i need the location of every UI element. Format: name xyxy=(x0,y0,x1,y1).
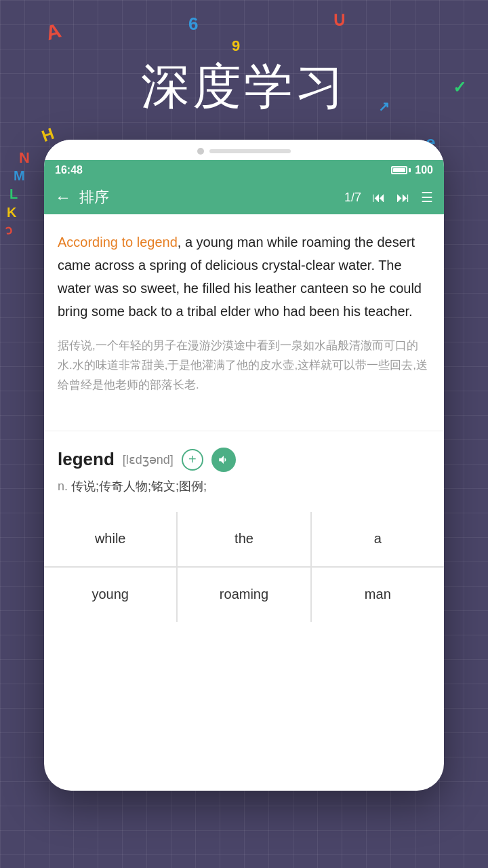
word-definition: n. 传说;传奇人物;铭文;图例; xyxy=(58,477,430,496)
notch-line xyxy=(209,149,291,153)
answer-cell-man[interactable]: man xyxy=(312,568,444,622)
header-title: 排序 xyxy=(79,187,336,208)
word-pos: n. xyxy=(58,479,68,493)
content-area: According to legend, a young man while r… xyxy=(44,214,444,420)
menu-button[interactable]: ☰ xyxy=(421,189,433,205)
back-button[interactable]: ← xyxy=(55,188,71,207)
app-title-area: 深度学习 xyxy=(0,0,488,119)
word-def-text: 传说;传奇人物;铭文;图例; xyxy=(68,479,207,493)
battery-icon xyxy=(391,166,411,174)
divider xyxy=(44,431,444,431)
deco-letter: K xyxy=(7,205,16,220)
answer-cell-a[interactable]: a xyxy=(312,512,444,566)
deco-letter: M xyxy=(14,168,25,184)
passage-highlight: According to legend xyxy=(58,235,178,250)
status-time: 16:48 xyxy=(55,164,83,176)
status-right: 100 xyxy=(391,164,433,176)
answer-cell-roaming[interactable]: roaming xyxy=(178,568,310,622)
word-add-button[interactable]: + xyxy=(182,449,203,471)
answer-cell-the[interactable]: the xyxy=(178,512,310,566)
answer-cell-while[interactable]: while xyxy=(44,512,176,566)
deco-letter: H xyxy=(39,124,57,146)
page-indicator: 1/7 xyxy=(344,191,361,205)
app-header: ← 排序 1/7 ⏮ ⏭ ☰ xyxy=(44,180,444,214)
word-main: legend xyxy=(58,449,115,470)
battery-tip xyxy=(409,168,411,172)
deco-letter: L xyxy=(9,186,18,202)
battery-fill xyxy=(393,168,405,172)
battery-body xyxy=(391,166,407,174)
status-bar: 16:48 100 xyxy=(44,160,444,180)
phone-notch xyxy=(44,140,444,160)
deco-letter: N xyxy=(19,149,30,167)
sound-icon xyxy=(218,454,230,466)
app-title: 深度学习 xyxy=(141,59,347,113)
word-section: legend [lɛdʒənd] + n. 传说;传奇人物;铭文;图例; xyxy=(44,442,444,507)
word-sound-button[interactable] xyxy=(211,448,236,472)
word-phonetic: [lɛdʒənd] xyxy=(123,452,174,467)
word-row: legend [lɛdʒənd] + xyxy=(58,448,430,472)
answer-cell-young[interactable]: young xyxy=(44,568,176,622)
header-controls: 1/7 ⏮ ⏭ ☰ xyxy=(344,189,433,205)
answer-grid: while the a young roaming man xyxy=(44,512,444,622)
deco-letter: ↄ xyxy=(4,222,14,237)
next-button[interactable]: ⏭ xyxy=(396,190,410,205)
phone-mockup: 16:48 100 ← 排序 1/7 ⏮ ⏭ ☰ According to le… xyxy=(44,140,444,791)
prev-button[interactable]: ⏮ xyxy=(372,190,386,205)
passage-text: According to legend, a young man while r… xyxy=(58,231,430,323)
chinese-translation: 据传说,一个年轻的男子在漫游沙漠途中看到一泉如水晶般清澈而可口的水.水的味道非常… xyxy=(58,336,430,395)
battery-level: 100 xyxy=(415,164,433,176)
notch-dot xyxy=(197,148,204,155)
